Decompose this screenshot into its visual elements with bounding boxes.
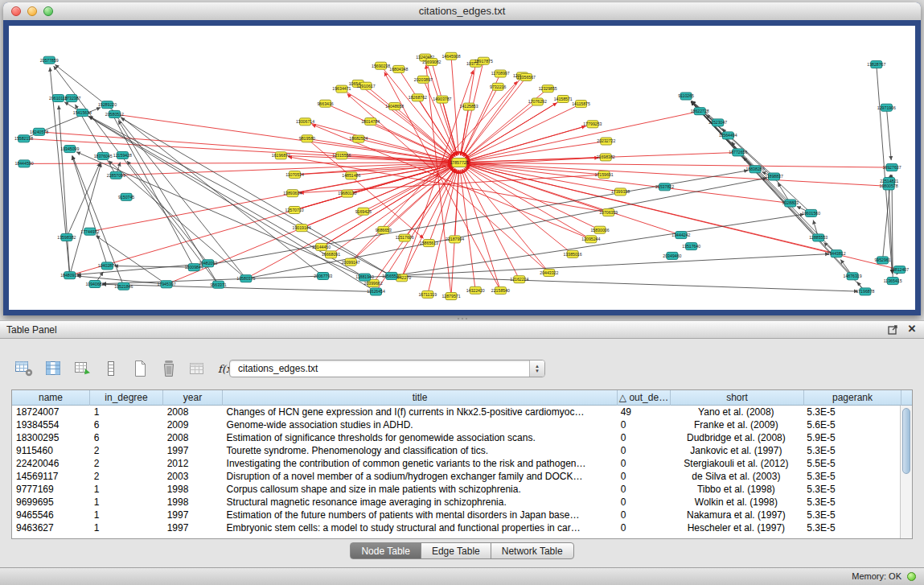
graph-node-label: 9150745: [118, 195, 134, 200]
rows-button[interactable]: [100, 358, 121, 379]
cell-in_degree: 1: [90, 509, 163, 521]
cell-short: Wolkin et al. (1998): [670, 496, 803, 509]
tab-edge-table[interactable]: Edge Table: [421, 542, 491, 559]
graph-node-label: 13598382: [57, 235, 76, 240]
column-header-year[interactable]: year: [163, 390, 223, 406]
table-row[interactable]: 1872400712008Changes of HCN gene express…: [12, 406, 900, 418]
graph-node-label: 15690238: [372, 64, 390, 68]
import-table-button[interactable]: [187, 358, 208, 379]
float-panel-icon[interactable]: [887, 323, 898, 335]
graph-node-label: 20580512: [105, 112, 124, 117]
graph-node-label: 15830006: [590, 228, 609, 233]
graph-node-label: 13385016: [564, 252, 582, 257]
cell-out_degree: 49: [617, 406, 670, 418]
graph-node-label: 22187994: [446, 237, 464, 241]
graph-node-label: 10565520: [382, 274, 400, 278]
graph-node-label: 10402874: [98, 263, 117, 268]
graph-node-label: 9028803: [782, 200, 799, 205]
graph-node-label: 20443322: [540, 270, 558, 275]
cell-title: Investigating the contribution of common…: [223, 457, 617, 470]
column-header-title[interactable]: title: [223, 390, 618, 406]
cell-short: Yano et al. (2008): [670, 406, 803, 418]
graph-node-label: 14115875: [572, 101, 590, 106]
cell-year: 1997: [163, 521, 223, 534]
table-vertical-scrollbar[interactable]: [900, 406, 912, 538]
graph-node-label: 9952961: [874, 257, 890, 262]
delete-button[interactable]: [158, 358, 179, 379]
network-graph[interactable]: 1785772517159691173993381070635915830006…: [9, 26, 915, 310]
graph-node-label: 12159428: [113, 153, 132, 158]
memory-status-label: Memory: OK: [852, 571, 901, 581]
table-row[interactable]: 1830029562008Estimation of significance …: [12, 431, 900, 444]
close-panel-icon[interactable]: ✕: [906, 323, 918, 335]
window-titlebar[interactable]: citations_edges.txt: [3, 2, 921, 21]
graph-node-label: 14125853: [460, 104, 478, 109]
table-body: 1872400712008Changes of HCN gene express…: [12, 406, 900, 538]
graph-node-label: 18838280: [745, 167, 764, 171]
graph-node-label: 17945397: [157, 282, 175, 286]
tab-node-table[interactable]: Node Table: [350, 542, 421, 559]
cell-title: Estimation of the future numbers of pati…: [223, 509, 617, 521]
table-row[interactable]: 1938455462009Genome-wide association stu…: [12, 418, 900, 431]
show-columns-button[interactable]: [42, 358, 64, 379]
table-type-tabs: Node TableEdge TableNetwork Table: [0, 542, 924, 559]
table-row[interactable]: 969969511998Structural magnetic resonanc…: [12, 496, 900, 509]
graph-node-label: 17744972: [80, 229, 99, 234]
new-file-button[interactable]: [129, 358, 150, 379]
cell-in_degree: 1: [90, 483, 163, 496]
table-row[interactable]: 1456911722003Disruption of a novel membe…: [12, 470, 900, 483]
graph-node-label: 18240578: [30, 130, 48, 134]
table-selector-dropdown[interactable]: citations_edges.txt ▲▼: [229, 360, 545, 377]
table-row[interactable]: 946554611997Estimation of the future num…: [12, 509, 900, 521]
cell-name: 19384554: [12, 418, 90, 431]
graph-node-label: 14645908: [441, 54, 460, 59]
cell-year: 1997: [163, 444, 223, 457]
table-row[interactable]: 911546021997Tourette syndrome. Phenomeno…: [12, 444, 900, 457]
graph-node-label: 17196878: [856, 289, 874, 294]
graph-node-label: 18014784: [361, 119, 380, 124]
graph-node-label: 14322420: [466, 288, 485, 293]
graph-node-label: 11898837: [765, 174, 783, 179]
graph-node-label: 19289220: [98, 102, 117, 107]
graph-node-label: 20232722: [597, 138, 615, 143]
cell-title: Changes of HCN gene expression and I(f) …: [223, 406, 617, 418]
graph-node-label: 18772656: [729, 150, 747, 154]
column-header-out_degree[interactable]: △ out_de…: [618, 390, 671, 406]
cell-short: Franke et al. (2009): [670, 418, 803, 431]
table-row[interactable]: 2242004622012Investigating the contribut…: [12, 457, 900, 470]
cell-name: 9115460: [12, 444, 90, 457]
column-header-short[interactable]: short: [671, 390, 804, 406]
attribute-table: namein_degreeyeartitle△ out_de…shortpage…: [11, 389, 913, 539]
graph-node-label: 18376045: [94, 154, 113, 159]
table-row[interactable]: 946362711997Embryonic stem cells: a mode…: [12, 521, 900, 534]
cell-year: 2009: [163, 418, 223, 431]
cell-name: 18724007: [12, 406, 90, 418]
cell-pagerank: 5.3E-5: [803, 444, 900, 457]
graph-node-label: 12315556: [332, 153, 351, 158]
column-header-name[interactable]: name: [12, 390, 90, 406]
table-panel-header: Table Panel ✕: [0, 320, 924, 339]
cell-name: 9777169: [12, 483, 90, 496]
tab-network-table[interactable]: Network Table: [491, 542, 574, 559]
status-bar: Memory: OK: [0, 567, 924, 585]
network-canvas[interactable]: 1785772517159691173993381070635915830006…: [9, 26, 915, 310]
scrollbar-thumb[interactable]: [902, 408, 910, 474]
graph-node-label: 12879571: [441, 294, 460, 299]
graph-node-label: 20577859: [40, 58, 59, 63]
cell-year: 2003: [163, 470, 223, 483]
cell-short: Stergiakouli et al. (2012): [670, 457, 803, 470]
column-header-pagerank[interactable]: pagerank: [804, 390, 901, 406]
graph-node-label: 19680130: [338, 191, 356, 196]
cell-in_degree: 2: [90, 457, 163, 470]
graph-node-label: 21698382: [597, 154, 615, 159]
edit-table-button[interactable]: [71, 358, 92, 379]
cell-pagerank: 5.5E-5: [803, 457, 900, 470]
table-panel-title: Table Panel: [6, 324, 57, 336]
table-row[interactable]: 977716911998Corpus callosum shape and si…: [12, 483, 900, 496]
cell-year: 2008: [163, 431, 223, 444]
cell-out_degree: 0: [617, 509, 670, 521]
graph-node-label: 11564494: [719, 133, 737, 138]
column-header-in_degree[interactable]: in_degree: [90, 390, 163, 406]
column-settings-button[interactable]: [13, 358, 35, 379]
graph-node-label: 21523047: [708, 120, 727, 125]
